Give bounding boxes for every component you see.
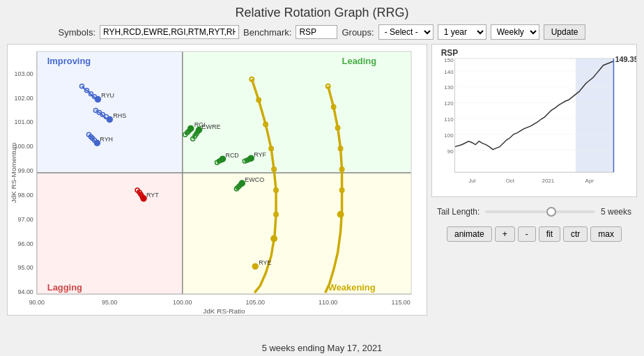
svg-text:RYE: RYE — [259, 259, 271, 266]
svg-text:96.00: 96.00 — [17, 240, 33, 247]
tail-length-slider[interactable] — [485, 210, 595, 213]
svg-rect-3 — [183, 173, 411, 294]
ctr-button[interactable]: ctr — [563, 226, 588, 242]
frequency-select[interactable]: Weekly Daily — [491, 24, 539, 40]
svg-point-78 — [248, 155, 254, 161]
svg-text:100: 100 — [444, 132, 454, 139]
svg-text:90: 90 — [447, 148, 454, 155]
groups-label: Groups: — [342, 27, 374, 38]
svg-text:RYF: RYF — [254, 151, 266, 158]
svg-text:101.00: 101.00 — [15, 118, 33, 125]
tail-length-value: 5 weeks — [601, 207, 631, 217]
svg-text:105.00: 105.00 — [246, 299, 265, 306]
svg-text:RHS: RHS — [113, 112, 126, 119]
right-panel: RSP 149.35 — [431, 44, 637, 339]
svg-text:95.00: 95.00 — [102, 299, 117, 306]
period-select[interactable]: 1 year 2 years — [438, 24, 486, 40]
svg-text:110: 110 — [444, 116, 454, 123]
svg-text:140: 140 — [444, 69, 454, 75]
svg-text:RCD: RCD — [225, 152, 239, 159]
update-button[interactable]: Update — [544, 24, 586, 40]
toolbar: Symbols: Benchmark: Groups: - Select - 1… — [52, 24, 593, 44]
benchmark-label: Benchmark: — [243, 27, 291, 38]
svg-text:RYU: RYU — [101, 92, 114, 99]
svg-text:Apr: Apr — [585, 178, 595, 184]
svg-point-60 — [188, 125, 194, 131]
svg-text:102.00: 102.00 — [15, 95, 33, 102]
symbols-label: Symbols: — [59, 27, 95, 38]
svg-text:120: 120 — [444, 100, 454, 107]
svg-text:130: 130 — [444, 84, 454, 91]
svg-text:98.00: 98.00 — [17, 192, 33, 199]
svg-text:JdK RS-Ratio: JdK RS-Ratio — [203, 307, 245, 315]
tail-length-label: Tail Length: — [437, 207, 480, 217]
svg-text:Jul: Jul — [468, 178, 475, 184]
tail-length-section: Tail Length: 5 weeks — [431, 201, 637, 222]
svg-text:2021: 2021 — [542, 178, 555, 184]
svg-text:95.00: 95.00 — [17, 264, 33, 271]
control-buttons: animate + - fit ctr max — [431, 226, 637, 242]
max-button[interactable]: max — [590, 226, 622, 242]
svg-text:RSP: RSP — [441, 48, 458, 58]
svg-text:110.00: 110.00 — [319, 299, 337, 306]
rrg-svg: 90.00 95.00 100.00 105.00 110.00 115.00 … — [8, 45, 427, 315]
svg-text:149.35: 149.35 — [615, 55, 636, 63]
svg-point-100 — [338, 212, 344, 217]
plus-button[interactable]: + — [495, 226, 515, 242]
svg-point-42 — [107, 116, 112, 122]
minus-button[interactable]: - — [518, 226, 536, 242]
svg-rect-1 — [183, 52, 411, 173]
svg-text:99.00: 99.00 — [17, 167, 33, 174]
main-content: 90.00 95.00 100.00 105.00 110.00 115.00 … — [0, 44, 644, 339]
svg-point-66 — [197, 127, 202, 132]
mini-chart-svg: RSP 149.35 — [432, 45, 636, 196]
page-title: Relative Rotation Graph (RRG) — [235, 0, 408, 24]
svg-text:97.00: 97.00 — [17, 216, 33, 223]
svg-text:Lagging: Lagging — [47, 282, 82, 293]
svg-text:100.00: 100.00 — [173, 299, 192, 306]
svg-point-84 — [239, 180, 245, 186]
svg-text:Oct: Oct — [506, 178, 515, 184]
groups-select[interactable]: - Select - — [378, 24, 434, 40]
svg-text:Leading: Leading — [342, 56, 377, 66]
mini-chart: RSP 149.35 — [431, 44, 637, 197]
svg-point-48 — [94, 140, 100, 146]
svg-text:94.00: 94.00 — [17, 288, 33, 295]
symbols-input[interactable] — [100, 25, 239, 39]
svg-text:90.00: 90.00 — [29, 299, 45, 306]
svg-text:EWCO: EWCO — [245, 176, 264, 183]
svg-text:RYT: RYT — [146, 192, 159, 199]
svg-rect-2 — [37, 173, 183, 294]
slider-thumb[interactable] — [546, 207, 556, 217]
svg-rect-0 — [37, 52, 183, 173]
svg-text:Improving: Improving — [47, 56, 91, 66]
svg-text:RYH: RYH — [100, 136, 113, 143]
svg-text:115.00: 115.00 — [391, 299, 410, 306]
benchmark-input[interactable] — [296, 25, 337, 39]
animate-button[interactable]: animate — [447, 226, 492, 242]
svg-text:Weakening: Weakening — [328, 282, 376, 293]
svg-point-72 — [220, 156, 225, 162]
svg-point-36 — [95, 97, 100, 102]
rrg-chart: 90.00 95.00 100.00 105.00 110.00 115.00 … — [7, 44, 427, 316]
svg-point-54 — [141, 196, 146, 201]
footer-text: 5 weeks ending May 17, 2021 — [262, 339, 383, 356]
svg-text:150: 150 — [444, 57, 454, 63]
svg-text:JdK RS-Momentum: JdK RS-Momentum — [10, 143, 17, 203]
svg-point-101 — [252, 263, 258, 269]
fit-button[interactable]: fit — [539, 226, 560, 242]
svg-text:EWRE: EWRE — [202, 123, 221, 130]
svg-point-93 — [271, 236, 277, 242]
svg-text:103.00: 103.00 — [15, 70, 33, 77]
